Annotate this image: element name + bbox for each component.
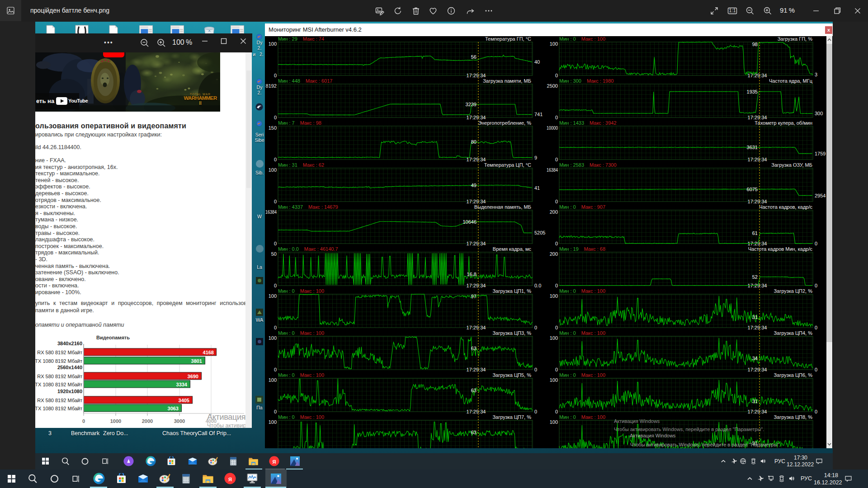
svg-text:Загрузка ЦП6, %: Загрузка ЦП6, % [774, 372, 812, 378]
svg-text:1935: 1935 [747, 89, 758, 94]
svg-text:2954: 2954 [815, 193, 826, 198]
svg-text:17:29:34: 17:29:34 [467, 73, 486, 78]
svg-text:52: 52 [752, 274, 758, 280]
svg-text:0: 0 [555, 283, 558, 288]
svg-text:9: 9 [534, 155, 537, 160]
svg-text:Мин : 7Макс : 98: Мин : 7Макс : 98 [278, 120, 321, 126]
svg-text:1000: 1000 [110, 418, 121, 424]
svg-text:0.0: 0.0 [534, 283, 541, 288]
svg-text:150: 150 [269, 125, 277, 131]
svg-text:3000: 3000 [174, 418, 185, 424]
svg-text:Мин : 0Макс : 100: Мин : 0Макс : 100 [559, 36, 605, 42]
svg-text:Мин : 19Макс : 68: Мин : 19Макс : 68 [559, 246, 605, 252]
svg-text:0: 0 [555, 157, 558, 162]
svg-text:Мин : 29Макс : 74: Мин : 29Макс : 74 [278, 36, 324, 42]
svg-text:0: 0 [82, 418, 85, 424]
svg-text:6075: 6075 [747, 187, 758, 192]
svg-text:Видеопамять: Видеопамять [96, 335, 130, 340]
svg-text:63: 63 [471, 388, 476, 393]
svg-text:17:29:34: 17:29:34 [467, 157, 486, 162]
svg-text:3063: 3063 [168, 406, 179, 411]
svg-text:4168: 4168 [203, 350, 214, 355]
svg-text:41: 41 [534, 185, 540, 191]
svg-text:8192: 8192 [266, 83, 277, 89]
svg-text:0: 0 [555, 325, 558, 330]
svg-text:100: 100 [550, 41, 558, 47]
svg-text:Мин : 0Макс : 100: Мин : 0Макс : 100 [278, 372, 324, 378]
svg-text:0: 0 [274, 283, 277, 288]
svg-text:Мин : 2583Макс : 7300: Мин : 2583Макс : 7300 [559, 162, 617, 168]
svg-text:200: 200 [550, 209, 558, 215]
svg-text:Мин : 1433Макс : 3942: Мин : 1433Макс : 3942 [559, 120, 617, 126]
svg-text:Загрузка ЦП8, %: Загрузка ЦП8, % [774, 414, 812, 420]
svg-text:Мин : 0Макс : 100: Мин : 0Макс : 100 [278, 288, 324, 294]
svg-text:3801: 3801 [191, 358, 202, 364]
svg-text:49: 49 [471, 183, 476, 188]
svg-text:0: 0 [815, 409, 817, 414]
svg-text:100: 100 [550, 293, 558, 299]
svg-text:868x488: 868x488 [57, 389, 82, 394]
svg-text:0: 0 [555, 199, 558, 204]
svg-text:Загрузка ОЗУ, МБ: Загрузка ОЗУ, МБ [771, 162, 812, 168]
svg-text:3631: 3631 [747, 145, 758, 150]
svg-text:17:29:34: 17:29:34 [467, 199, 486, 204]
svg-text:0: 0 [534, 367, 537, 372]
svg-text:Загрузка ГП, %: Загрузка ГП, % [778, 36, 813, 42]
svg-text:0: 0 [274, 367, 277, 372]
svg-text:Активация Windows: Активация Windows [614, 418, 660, 424]
svg-text:Я: Я [228, 477, 232, 482]
svg-text:100: 100 [269, 167, 277, 173]
svg-text:3239: 3239 [466, 102, 476, 107]
svg-text:17:29:34: 17:29:34 [467, 367, 486, 372]
svg-text:0: 0 [274, 409, 277, 414]
svg-text:0: 0 [274, 115, 277, 120]
svg-text:17:29:34: 17:29:34 [748, 115, 767, 120]
svg-text:97: 97 [471, 294, 476, 299]
svg-text:0: 0 [274, 241, 277, 246]
svg-text:100: 100 [269, 335, 277, 341]
svg-text:Мин : 0Макс : 100: Мин : 0Макс : 100 [559, 414, 605, 420]
svg-text:0: 0 [555, 367, 558, 372]
svg-text:17:29:34: 17:29:34 [748, 199, 767, 204]
svg-text:Мин : 300Макс : 1980: Мин : 300Макс : 1980 [559, 78, 613, 84]
svg-text:Мин : 31Макс : 62: Мин : 31Макс : 62 [278, 162, 324, 168]
svg-text:17:29:34: 17:29:34 [467, 325, 486, 330]
svg-text:Загрузка ЦП5, %: Загрузка ЦП5, % [492, 372, 531, 378]
svg-text:17:29:34: 17:29:34 [467, 409, 486, 414]
svg-text:3405: 3405 [179, 398, 189, 403]
svg-text:ТХ 1080 8192 Мбайт: ТХ 1080 8192 Мбайт [35, 382, 82, 387]
svg-text:0: 0 [274, 157, 277, 162]
svg-text:Мин : 0Макс : 100: Мин : 0Макс : 100 [278, 330, 324, 336]
svg-text:Я: Я [273, 459, 276, 465]
svg-text:61: 61 [752, 230, 758, 236]
svg-text:100: 100 [269, 41, 277, 47]
svg-text:0: 0 [555, 73, 558, 78]
svg-text:16384: 16384 [547, 167, 558, 173]
svg-text:100: 100 [269, 377, 277, 383]
svg-text:40: 40 [534, 59, 540, 65]
svg-text:Выделенная память, МБ: Выделенная память, МБ [474, 204, 531, 210]
svg-text:Мин : 448Макс : 6017: Мин : 448Макс : 6017 [278, 78, 332, 84]
svg-text:Мин : 0Макс : 100: Мин : 0Макс : 100 [559, 330, 605, 336]
svg-text:63: 63 [471, 430, 476, 435]
svg-text:Загрузка ЦП1, %: Загрузка ЦП1, % [492, 288, 531, 294]
svg-text:3690: 3690 [188, 374, 198, 379]
svg-text:0: 0 [534, 325, 537, 330]
svg-text:17:29:34: 17:29:34 [748, 157, 767, 162]
svg-text:100: 100 [269, 419, 277, 425]
svg-text:Мин : 0Макс : 907: Мин : 0Макс : 907 [559, 204, 605, 210]
svg-text:Загрузка ЦП2, %: Загрузка ЦП2, % [774, 288, 812, 294]
svg-text:16384: 16384 [265, 209, 277, 215]
svg-text:31: 31 [752, 399, 758, 404]
svg-text:Загрузка ЦП7, %: Загрузка ЦП7, % [492, 414, 531, 420]
svg-text:10646: 10646 [462, 219, 476, 225]
svg-text:1759: 1759 [815, 151, 826, 156]
svg-text:17:29:34: 17:29:34 [748, 367, 767, 372]
svg-text:5205: 5205 [534, 230, 545, 235]
svg-text:16.8: 16.8 [467, 272, 476, 277]
svg-text:17:29:34: 17:29:34 [467, 241, 486, 246]
svg-text:741: 741 [534, 112, 542, 117]
svg-text:100: 100 [550, 377, 558, 383]
svg-text:Температура ГП, °C: Температура ГП, °C [485, 36, 531, 42]
svg-text:RX 580 8192 Мбайт: RX 580 8192 Мбайт [37, 398, 82, 403]
